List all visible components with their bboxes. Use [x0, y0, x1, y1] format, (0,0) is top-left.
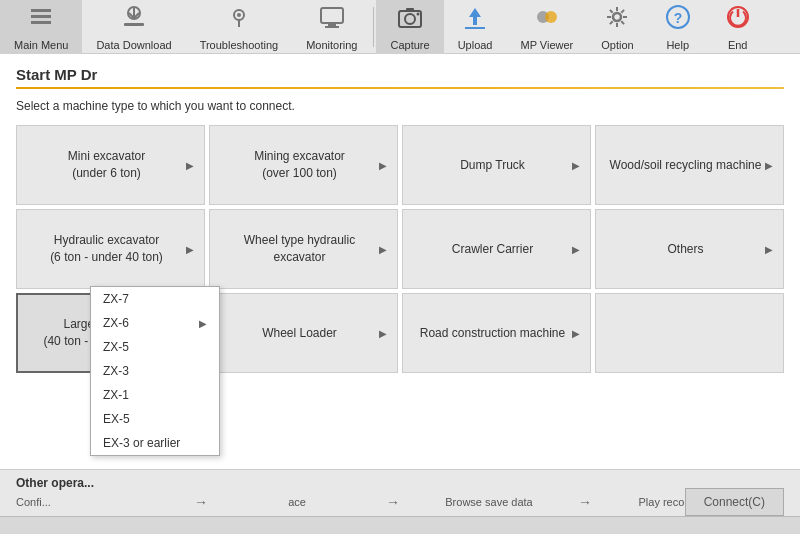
machine-wheel-loader-label: Wheel Loader	[220, 325, 379, 342]
toolbar-upload-label: Upload	[458, 39, 493, 51]
download-icon	[120, 3, 148, 37]
bottom-bar: Other opera... Confi... → ace → Browse s…	[0, 469, 800, 516]
wheel-loader-arrow: ▶	[379, 328, 387, 339]
toolbar-data-download-label: Data Download	[96, 39, 171, 51]
hydraulic-excavator-arrow: ▶	[186, 244, 194, 255]
toolbar-troubleshooting[interactable]: Troubleshooting	[186, 0, 292, 55]
machine-wheel-loader[interactable]: Wheel Loader ▶	[209, 293, 398, 373]
toolbar-capture[interactable]: Capture	[376, 0, 443, 55]
machine-empty	[595, 293, 784, 373]
machine-road-construction[interactable]: Road construction machine ▶	[402, 293, 591, 373]
svg-rect-1	[31, 15, 51, 18]
operation-browse[interactable]: Browse save data	[400, 496, 578, 508]
machine-road-construction-label: Road construction machine	[413, 325, 572, 342]
machine-crawler-carrier[interactable]: Crawler Carrier ▶	[402, 209, 591, 289]
machine-hydraulic-excavator[interactable]: Hydraulic excavator(6 ton - under 40 ton…	[16, 209, 205, 289]
dropdown-zx1[interactable]: ZX-1	[91, 383, 219, 407]
crawler-carrier-arrow: ▶	[572, 244, 580, 255]
svg-point-15	[405, 14, 415, 24]
toolbar-end[interactable]: End	[708, 0, 768, 55]
machine-crawler-carrier-label: Crawler Carrier	[413, 241, 572, 258]
toolbar-option[interactable]: Option	[587, 0, 647, 55]
svg-rect-11	[321, 8, 343, 23]
instruction-text: Select a machine type to which you want …	[16, 99, 784, 113]
toolbar-data-download[interactable]: Data Download	[82, 0, 185, 55]
menu-icon	[27, 3, 55, 37]
wheel-hydraulic-arrow: ▶	[379, 244, 387, 255]
machine-mini-excavator[interactable]: Mini excavator(under 6 ton) ▶	[16, 125, 205, 205]
operations-row: Confi... → ace → Browse save data → Play…	[16, 494, 784, 510]
toolbar-divider-1	[373, 7, 374, 47]
machine-wheel-hydraulic-label: Wheel type hydraulic excavator	[220, 232, 379, 266]
main-content: Start MP Dr Select a machine type to whi…	[0, 54, 800, 534]
toolbar-troubleshooting-label: Troubleshooting	[200, 39, 278, 51]
machine-mining-excavator-label: Mining excavator(over 100 ton)	[220, 148, 379, 182]
svg-rect-7	[124, 23, 144, 26]
machine-mining-excavator[interactable]: Mining excavator(over 100 ton) ▶	[209, 125, 398, 205]
toolbar-option-label: Option	[601, 39, 633, 51]
svg-rect-12	[328, 23, 336, 26]
dropdown-zx3[interactable]: ZX-3	[91, 359, 219, 383]
dropdown-zx3-label: ZX-3	[103, 364, 129, 378]
connect-button[interactable]: Connect(C)	[685, 488, 784, 516]
operation-arrow-2: →	[386, 494, 400, 510]
machine-wood-soil-label: Wood/soil recycling machine	[606, 157, 765, 174]
dropdown-ex3earlier[interactable]: EX-3 or earlier	[91, 431, 219, 455]
mp-viewer-icon	[533, 3, 561, 37]
machine-others[interactable]: Others ▶	[595, 209, 784, 289]
machine-wheel-hydraulic[interactable]: Wheel type hydraulic excavator ▶	[209, 209, 398, 289]
toolbar-end-label: End	[728, 39, 748, 51]
toolbar-help[interactable]: ? Help	[648, 0, 708, 55]
machine-others-label: Others	[606, 241, 765, 258]
svg-point-10	[237, 13, 241, 17]
svg-point-23	[613, 13, 621, 21]
dropdown-zx6[interactable]: ZX-6 ▶	[91, 311, 219, 335]
help-icon: ?	[664, 3, 692, 37]
machine-hydraulic-excavator-label: Hydraulic excavator(6 ton - under 40 ton…	[27, 232, 186, 266]
machine-dump-truck[interactable]: Dump Truck ▶	[402, 125, 591, 205]
svg-point-22	[545, 11, 557, 23]
mini-excavator-arrow: ▶	[186, 160, 194, 171]
dropdown-menu: ZX-7 ZX-6 ▶ ZX-5 ZX-3 ZX-1 EX-5 EX-3 or …	[90, 286, 220, 456]
svg-rect-19	[473, 17, 477, 25]
toolbar-monitoring-label: Monitoring	[306, 39, 357, 51]
title-underline	[16, 87, 784, 89]
dropdown-zx6-arrow: ▶	[199, 318, 207, 329]
toolbar: Main Menu Data Download Troubleshooting	[0, 0, 800, 54]
monitoring-icon	[318, 3, 346, 37]
other-operations-label: Other opera...	[16, 476, 784, 490]
svg-rect-13	[325, 26, 339, 28]
dropdown-zx7[interactable]: ZX-7	[91, 287, 219, 311]
wood-soil-arrow: ▶	[765, 160, 773, 171]
svg-rect-16	[406, 8, 414, 12]
machine-mini-excavator-label: Mini excavator(under 6 ton)	[27, 148, 186, 182]
operation-configure[interactable]: Confi...	[16, 496, 194, 508]
toolbar-main-menu[interactable]: Main Menu	[0, 0, 82, 55]
toolbar-main-menu-label: Main Menu	[14, 39, 68, 51]
toolbar-mp-viewer-label: MP Viewer	[520, 39, 573, 51]
dump-truck-arrow: ▶	[572, 160, 580, 171]
road-construction-arrow: ▶	[572, 328, 580, 339]
dropdown-zx5[interactable]: ZX-5	[91, 335, 219, 359]
upload-icon	[461, 3, 489, 37]
dropdown-zx5-label: ZX-5	[103, 340, 129, 354]
svg-rect-2	[31, 21, 51, 24]
toolbar-upload[interactable]: Upload	[444, 0, 507, 55]
machine-wood-soil[interactable]: Wood/soil recycling machine ▶	[595, 125, 784, 205]
option-icon	[603, 3, 631, 37]
toolbar-mp-viewer[interactable]: MP Viewer	[506, 0, 587, 55]
toolbar-help-label: Help	[666, 39, 689, 51]
svg-marker-18	[469, 8, 481, 17]
dropdown-ex5[interactable]: EX-5	[91, 407, 219, 431]
toolbar-monitoring[interactable]: Monitoring	[292, 0, 371, 55]
status-bar	[0, 516, 800, 534]
svg-text:?: ?	[673, 10, 682, 26]
operation-arrow-3: →	[578, 494, 592, 510]
dropdown-zx1-label: ZX-1	[103, 388, 129, 402]
dropdown-zx6-label: ZX-6	[103, 316, 129, 330]
mining-excavator-arrow: ▶	[379, 160, 387, 171]
troubleshooting-icon	[225, 3, 253, 37]
operation-place[interactable]: ace	[208, 496, 386, 508]
svg-rect-20	[465, 27, 485, 29]
capture-icon	[396, 3, 424, 37]
